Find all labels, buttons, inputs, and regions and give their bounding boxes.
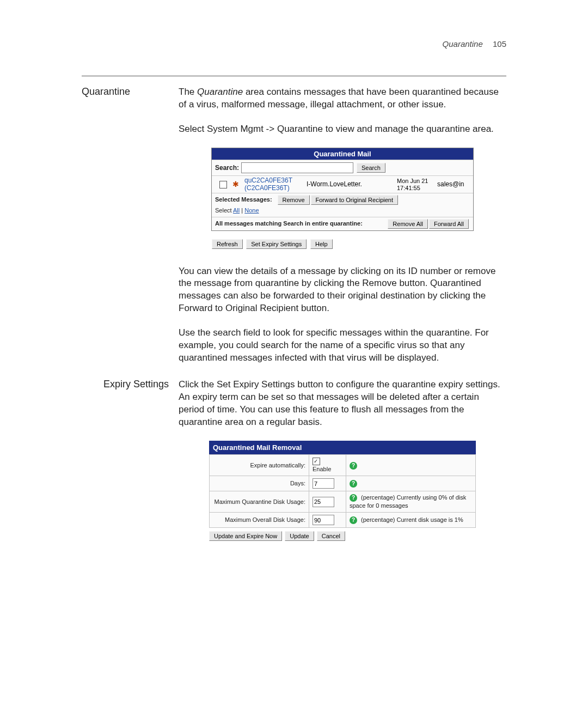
- panel-title: Quarantined Mail Removal: [209, 441, 476, 455]
- running-header: Quarantine 105: [82, 39, 506, 48]
- paragraph: You can view the details of a message by…: [179, 265, 506, 315]
- search-button[interactable]: Search: [357, 163, 385, 173]
- virus-icon: ✱: [232, 179, 239, 190]
- select-none-link[interactable]: None: [244, 207, 259, 214]
- forward-button[interactable]: Forward to Original Recipient: [311, 195, 398, 205]
- selected-messages-label: Selected Messages:: [215, 196, 272, 204]
- select-all-link[interactable]: All: [233, 207, 240, 214]
- help-icon[interactable]: ?: [350, 494, 357, 502]
- max-overall-label: Maximum Overall Disk Usage:: [210, 513, 309, 528]
- days-input[interactable]: [313, 478, 334, 489]
- max-quarantine-label: Maximum Quarantine Disk Usage:: [210, 491, 309, 513]
- message-id[interactable]: quC2CA0FE36T(C2CA0FE36T): [244, 177, 304, 191]
- enable-checkbox[interactable]: [313, 458, 320, 465]
- refresh-button[interactable]: Refresh: [212, 239, 243, 249]
- expire-auto-label: Expire automatically:: [210, 455, 309, 476]
- update-expire-button[interactable]: Update and Expire Now: [209, 531, 282, 541]
- max-quarantine-info: (percentage) Currently using 0% of disk …: [350, 494, 466, 509]
- search-input[interactable]: [241, 162, 353, 173]
- remove-button[interactable]: Remove: [278, 195, 310, 205]
- remove-all-button[interactable]: Remove All: [388, 219, 428, 229]
- help-icon[interactable]: ?: [350, 516, 357, 524]
- header-section: Quarantine: [443, 39, 483, 48]
- search-label: Search:: [215, 163, 239, 172]
- message-recipient: sales@in: [434, 180, 471, 188]
- all-messages-label: All messages matching Search in entire q…: [215, 220, 388, 228]
- max-quarantine-input[interactable]: [313, 497, 334, 507]
- select-links: Select All | None: [212, 206, 473, 217]
- max-overall-info: (percentage) Current disk usage is 1%: [361, 516, 463, 523]
- virus-name: I-Worm.LoveLetter.: [304, 180, 397, 188]
- forward-all-button[interactable]: Forward All: [429, 219, 469, 229]
- days-label: Days:: [210, 476, 309, 491]
- message-row: ✱ quC2CA0FE36T(C2CA0FE36T) I-Worm.LoveLe…: [212, 175, 473, 192]
- panel-title: Quarantined Mail: [212, 148, 473, 160]
- help-button[interactable]: Help: [310, 239, 333, 249]
- divider: [82, 76, 506, 76]
- max-overall-input[interactable]: [313, 515, 334, 525]
- section-heading-expiry: Expiry Settings: [82, 379, 179, 551]
- quarantined-mail-removal-panel: Quarantined Mail Removal Expire automati…: [209, 441, 476, 541]
- paragraph: Click the Set Expiry Settings button to …: [179, 379, 506, 429]
- enable-label: Enable: [313, 466, 331, 472]
- paragraph: Select System Mgmt -> Quarantine to view…: [179, 123, 506, 136]
- message-date: Mon Jun 21 17:41:55: [397, 178, 434, 191]
- paragraph: Use the search field to look for specifi…: [179, 327, 506, 364]
- update-button[interactable]: Update: [285, 531, 314, 541]
- section-heading-quarantine: Quarantine: [82, 86, 179, 376]
- help-icon[interactable]: ?: [350, 480, 357, 488]
- panel1-bottom-buttons: Refresh Set Expiry Settings Help: [212, 234, 473, 250]
- cancel-button[interactable]: Cancel: [317, 531, 345, 541]
- quarantined-mail-panel: Quarantined Mail Search: Search ✱ quC2CA…: [211, 148, 474, 231]
- row-checkbox[interactable]: [219, 181, 227, 188]
- set-expiry-button[interactable]: Set Expiry Settings: [246, 239, 307, 249]
- paragraph: The Quarantine area contains messages th…: [179, 86, 506, 111]
- header-page: 105: [493, 39, 506, 48]
- help-icon[interactable]: ?: [350, 462, 357, 470]
